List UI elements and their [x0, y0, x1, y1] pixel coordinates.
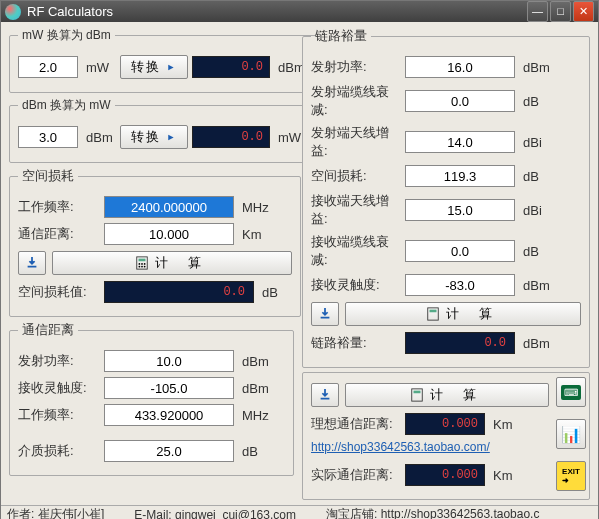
lb-rxcable-label: 接收端缆线衰减: [311, 233, 401, 269]
lb-rxant-label: 接收端天线增益: [311, 192, 401, 228]
author-name: 崔庆伟[小崔] [38, 507, 105, 519]
titlebar[interactable]: RF Calculators — □ ✕ [1, 1, 598, 22]
actual-dist-output: 0.000 [405, 464, 485, 486]
calculator-icon [135, 256, 149, 270]
pathloss-result-label: 空间损耗值: [18, 283, 100, 301]
linkbudget-group: 链路裕量 发射功率:dBm 发射端缆线衰减:dB 发射端天线增益:dBi 空间损… [302, 27, 590, 368]
shop-url: http://shop33642563.taobao.c [381, 507, 540, 519]
keyboard-button[interactable]: ⌨ [556, 377, 586, 407]
lb-rxsens-input[interactable] [405, 274, 515, 296]
cdr-calc-button[interactable]: 计 算 [345, 383, 549, 407]
svg-point-4 [144, 263, 146, 265]
window-title: RF Calculators [27, 4, 527, 19]
mw-to-dbm-group: mW 换算为 dBm mW 转换 0.0 dBm [9, 27, 317, 93]
ideal-dist-label: 理想通信距离: [311, 415, 401, 433]
cd-freq-label: 工作频率: [18, 406, 100, 424]
freq-unit: MHz [242, 200, 272, 215]
medium-input[interactable] [104, 440, 234, 462]
ideal-dist-output: 0.000 [405, 413, 485, 435]
lb-rxsens-label: 接收灵触度: [311, 276, 401, 294]
commdist-legend: 通信距离 [18, 321, 78, 339]
download-icon [318, 388, 332, 402]
lb-txcable-label: 发射端缆线衰减: [311, 83, 401, 119]
svg-point-5 [139, 266, 141, 268]
statusbar: 作者: 崔庆伟[小崔] E-Mail: qingwei_cui@163.com … [1, 505, 598, 519]
rxsens-input[interactable] [104, 377, 234, 399]
svg-point-6 [142, 266, 144, 268]
dist-unit: Km [242, 227, 272, 242]
lb-txant-input[interactable] [405, 131, 515, 153]
download-icon [25, 256, 39, 270]
dbm-convert-button[interactable]: 转换 [120, 125, 188, 149]
svg-point-7 [144, 266, 146, 268]
lb-rxcable-input[interactable] [405, 240, 515, 262]
linkbudget-legend: 链路裕量 [311, 27, 371, 45]
rxsens-label: 接收灵触度: [18, 379, 100, 397]
lb-calc-button[interactable]: 计 算 [345, 302, 581, 326]
pathloss-group: 空间损耗 工作频率: MHz 通信距离: Km 计 算 空间损耗值: [9, 167, 301, 317]
dist-label: 通信距离: [18, 225, 100, 243]
mw-to-dbm-legend: mW 换算为 dBm [18, 27, 115, 44]
pathloss-result-unit: dB [262, 285, 292, 300]
cd-freq-unit: MHz [242, 408, 272, 423]
calculator-icon [410, 388, 424, 402]
svg-rect-11 [414, 391, 421, 394]
cdr-dl-button[interactable] [311, 383, 339, 407]
svg-rect-1 [139, 259, 146, 262]
cd-freq-input[interactable] [104, 404, 234, 426]
mw-unit: mW [86, 60, 116, 75]
exit-button[interactable]: EXIT➜ [556, 461, 586, 491]
keyboard-icon: ⌨ [561, 385, 581, 400]
dbm-to-mw-legend: dBm 换算为 mW [18, 97, 115, 114]
commdist-right-group: 计 算 理想通信距离:0.000Km http://shop33642563.t… [302, 372, 590, 500]
pathloss-calc-button[interactable]: 计 算 [52, 251, 292, 275]
txpwr-input[interactable] [104, 350, 234, 372]
download-icon [318, 307, 332, 321]
minimize-button[interactable]: — [527, 1, 548, 22]
app-icon [5, 4, 21, 20]
mw-convert-button[interactable]: 转换 [120, 55, 188, 79]
app-window: RF Calculators — □ ✕ mW 换算为 dBm mW 转换 0.… [0, 0, 599, 519]
close-button[interactable]: ✕ [573, 1, 594, 22]
chart-button[interactable]: 📊 [556, 419, 586, 449]
chart-icon: 📊 [561, 425, 581, 444]
content-area: mW 换算为 dBm mW 转换 0.0 dBm dBm 换算为 mW dBm … [1, 22, 598, 505]
lb-txpwr-input[interactable] [405, 56, 515, 78]
lb-txpwr-label: 发射功率: [311, 58, 401, 76]
commdist-group: 通信距离 发射功率: dBm 接收灵触度: dBm 工作频率: MHz [9, 321, 294, 476]
shop-link[interactable]: http://shop33642563.taobao.com/ [311, 440, 490, 454]
pathloss-legend: 空间损耗 [18, 167, 78, 185]
lb-spaceloss-input[interactable] [405, 165, 515, 187]
maximize-button[interactable]: □ [550, 1, 571, 22]
pathloss-dl-button[interactable] [18, 251, 46, 275]
lb-txcable-input[interactable] [405, 90, 515, 112]
svg-rect-9 [430, 310, 437, 313]
medium-unit: dB [242, 444, 272, 459]
freq-label: 工作频率: [18, 198, 100, 216]
mw-output: 0.0 [192, 126, 270, 148]
svg-point-2 [139, 263, 141, 265]
lb-margin-label: 链路裕量: [311, 334, 401, 352]
dbm-unit: dBm [86, 130, 116, 145]
pathloss-result: 0.0 [104, 281, 254, 303]
lb-rxant-input[interactable] [405, 199, 515, 221]
lb-margin-output: 0.0 [405, 332, 515, 354]
freq-input[interactable] [104, 196, 234, 218]
svg-point-3 [142, 263, 144, 265]
dist-input[interactable] [104, 223, 234, 245]
dbm-to-mw-group: dBm 换算为 mW dBm 转换 0.0 mW [9, 97, 317, 163]
lb-txant-label: 发射端天线增益: [311, 124, 401, 160]
exit-icon: EXIT➜ [562, 467, 580, 485]
dbm-input[interactable] [18, 126, 78, 148]
dbm-output: 0.0 [192, 56, 270, 78]
txpwr-unit: dBm [242, 354, 272, 369]
mw-input[interactable] [18, 56, 78, 78]
lb-dl-button[interactable] [311, 302, 339, 326]
lb-spaceloss-label: 空间损耗: [311, 167, 401, 185]
author-email: qingwei_cui@163.com [175, 508, 296, 520]
calculator-icon [426, 307, 440, 321]
medium-label: 介质损耗: [18, 442, 100, 460]
actual-dist-label: 实际通信距离: [311, 466, 401, 484]
txpwr-label: 发射功率: [18, 352, 100, 370]
rxsens-unit: dBm [242, 381, 272, 396]
